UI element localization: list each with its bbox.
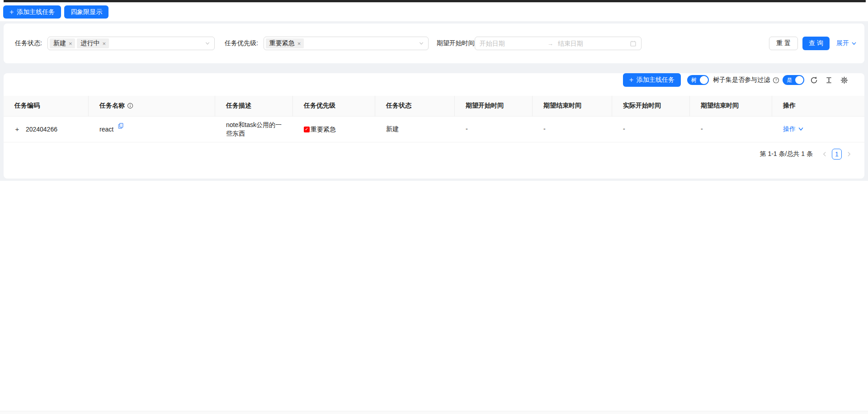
tree-filter-label: 树子集是否参与过滤 bbox=[713, 76, 770, 84]
actions-cell: 操作 bbox=[772, 116, 864, 142]
quadrant-display-button[interactable]: 四象限显示 bbox=[64, 5, 108, 19]
end-date-input[interactable] bbox=[558, 40, 630, 47]
svg-text:?: ? bbox=[775, 78, 777, 82]
task-priority-select[interactable]: 重要紧急 × bbox=[264, 37, 429, 50]
plus-icon: + bbox=[629, 76, 633, 84]
task-description-value: note和task公用的一些东西 bbox=[226, 121, 282, 136]
status-tag-new: 新建 × bbox=[50, 38, 75, 48]
subset-filter-toggle[interactable]: 是 bbox=[783, 75, 804, 85]
status-value: 新建 bbox=[386, 125, 399, 132]
header-cell-task-code: 任务编码 bbox=[4, 96, 89, 116]
pagination-next-icon[interactable] bbox=[844, 149, 854, 160]
toolbar-add-main-task-button[interactable]: + 添加主线任务 bbox=[623, 73, 681, 87]
chevron-down-icon bbox=[851, 41, 857, 46]
table-row: + 202404266 react bbox=[4, 116, 864, 142]
refresh-icon[interactable] bbox=[810, 76, 818, 84]
actual-start-cell: - bbox=[612, 116, 690, 142]
app-window: + 添加主线任务 四象限显示 任务状态: 新建 × 进行中 × bbox=[0, 0, 868, 414]
tree-mode-toggle[interactable]: 树 bbox=[687, 75, 709, 85]
yes-toggle-label: 是 bbox=[787, 77, 792, 83]
header-cell-task-description: 任务描述 bbox=[215, 96, 293, 116]
pagination-prev-icon[interactable] bbox=[820, 149, 829, 160]
query-button[interactable]: 查 询 bbox=[802, 37, 830, 50]
chevron-down-icon bbox=[419, 41, 424, 46]
arrow-right-icon: → bbox=[547, 40, 553, 47]
header-cell-actions: 操作 bbox=[772, 96, 864, 116]
column-height-icon[interactable] bbox=[826, 77, 832, 84]
content-area: 任务状态: 新建 × 进行中 × 任务优先级: 重要紧急 × bbox=[0, 21, 868, 181]
task-description-cell: note和task公用的一些东西 bbox=[215, 116, 293, 142]
tag-close-icon[interactable]: × bbox=[297, 41, 301, 47]
row-expand-icon[interactable]: + bbox=[14, 125, 20, 134]
tag-close-icon[interactable]: × bbox=[69, 41, 72, 47]
task-priority-label: 任务优先级: bbox=[225, 39, 258, 47]
expected-start-cell: - bbox=[455, 116, 533, 142]
table-toolbar: + 添加主线任务 树 树子集是否参与过滤 ? 是 bbox=[4, 73, 864, 87]
quadrant-display-label: 四象限显示 bbox=[71, 8, 102, 16]
question-circle-icon[interactable]: ? bbox=[773, 77, 779, 84]
expected-end-cell: - bbox=[533, 116, 612, 142]
priority-value: 重要紧急 bbox=[311, 125, 336, 133]
expand-filters-link[interactable]: 展开 bbox=[836, 39, 857, 47]
table-header-row: 任务编码 任务名称 bbox=[4, 96, 864, 116]
task-status-cell: 新建 bbox=[375, 116, 455, 142]
top-button-bar: + 添加主线任务 四象限显示 bbox=[0, 2, 868, 21]
info-circle-icon[interactable] bbox=[127, 103, 133, 109]
add-main-task-label: 添加主线任务 bbox=[17, 8, 55, 16]
status-tag-in-progress-label: 进行中 bbox=[80, 39, 99, 47]
status-tag-in-progress: 进行中 × bbox=[77, 38, 109, 48]
task-table: 任务编码 任务名称 bbox=[4, 96, 864, 142]
task-name-header-label: 任务名称 bbox=[99, 102, 125, 110]
pagination: 第 1-1 条/总共 1 条 1 bbox=[4, 149, 854, 160]
expected-start-time-label: 期望开始时间 bbox=[437, 39, 475, 47]
tree-toggle-label: 树 bbox=[691, 77, 697, 83]
header-cell-task-name: 任务名称 bbox=[89, 96, 215, 116]
pagination-total: 第 1-1 条/总共 1 条 bbox=[760, 150, 813, 158]
date-range-picker[interactable]: → bbox=[475, 37, 642, 50]
expected-end-2-cell: - bbox=[690, 116, 772, 142]
header-cell-task-status: 任务状态 bbox=[375, 96, 455, 116]
chevron-down-icon bbox=[205, 41, 210, 46]
header-cell-expected-end-2: 期望结束时间 bbox=[690, 96, 772, 116]
header-cell-actual-start: 实际开始时间 bbox=[612, 96, 690, 116]
header-cell-task-priority: 任务优先级 bbox=[293, 96, 375, 116]
header-cell-expected-end: 期望结束时间 bbox=[533, 96, 612, 116]
row-action-label: 操作 bbox=[783, 125, 796, 133]
horizontal-scrollbar[interactable] bbox=[0, 411, 868, 414]
expand-label: 展开 bbox=[836, 39, 849, 47]
toggle-knob bbox=[700, 76, 708, 84]
calendar-icon[interactable] bbox=[630, 40, 637, 47]
task-code-value: 202404266 bbox=[26, 126, 57, 133]
settings-gear-icon[interactable] bbox=[840, 76, 848, 84]
task-priority-cell: ✓ 重要紧急 bbox=[293, 116, 375, 142]
task-status-select[interactable]: 新建 × 进行中 × bbox=[47, 37, 215, 50]
priority-tag-label: 重要紧急 bbox=[269, 39, 295, 47]
row-action-dropdown[interactable]: 操作 bbox=[783, 125, 804, 133]
copy-icon[interactable] bbox=[118, 122, 124, 129]
priority-tag-important-urgent: 重要紧急 × bbox=[266, 38, 304, 48]
status-tag-new-label: 新建 bbox=[53, 39, 66, 47]
priority-check-icon: ✓ bbox=[304, 127, 310, 132]
task-name-cell: react bbox=[89, 116, 215, 142]
add-main-task-button[interactable]: + 添加主线任务 bbox=[3, 5, 61, 19]
reset-button[interactable]: 重 置 bbox=[769, 37, 798, 50]
task-name-value: react bbox=[99, 126, 113, 133]
toggle-knob bbox=[795, 76, 803, 84]
table-panel: + 添加主线任务 树 树子集是否参与过滤 ? 是 bbox=[4, 73, 864, 179]
filter-panel: 任务状态: 新建 × 进行中 × 任务优先级: 重要紧急 × bbox=[4, 24, 864, 63]
filter-actions: 重 置 查 询 展开 bbox=[769, 37, 857, 50]
chevron-down-icon bbox=[798, 126, 804, 132]
tag-close-icon[interactable]: × bbox=[102, 41, 106, 47]
plus-icon: + bbox=[9, 9, 14, 16]
task-status-label: 任务状态: bbox=[15, 39, 42, 47]
pagination-page-1[interactable]: 1 bbox=[832, 149, 842, 160]
start-date-input[interactable] bbox=[480, 40, 547, 47]
toolbar-add-main-task-label: 添加主线任务 bbox=[637, 76, 675, 84]
header-cell-expected-start: 期望开始时间 bbox=[455, 96, 533, 116]
task-code-cell: + 202404266 bbox=[4, 116, 89, 142]
